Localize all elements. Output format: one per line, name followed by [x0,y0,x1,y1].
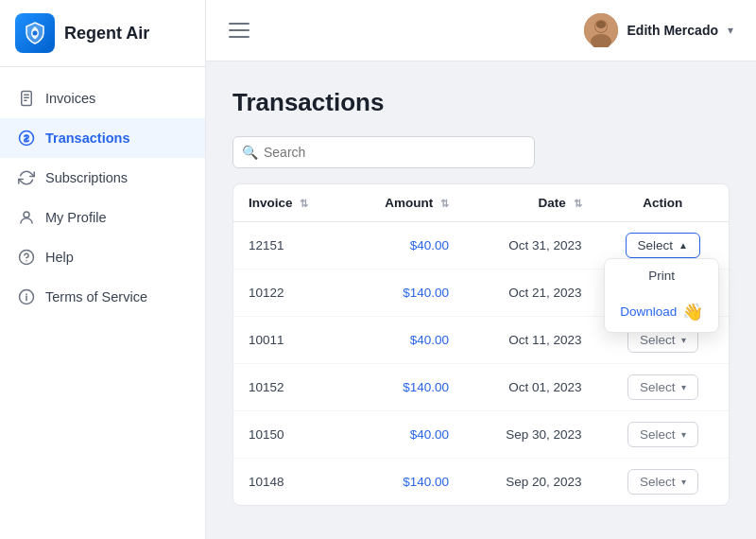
table-row: 12151 $40.00 Oct 31, 2023 Select ▲ Print [233,222,729,270]
sidebar-navigation: Invoices Transactions Sub [0,67,205,539]
receipt-icon [17,89,36,108]
col-header-action: Action [597,184,729,222]
cell-action: Select ▾ [597,459,729,506]
table-row: 10148 $140.00 Sep 20, 2023 Select ▾ [233,459,729,506]
sidebar-item-label-terms: Terms of Service [45,289,147,304]
logo-icon [15,13,55,53]
content-area: Transactions 🔍 Invoice ⇅ Amount ⇅ [206,61,756,539]
cell-amount: $40.00 [346,222,464,270]
cell-date: Oct 21, 2023 [464,270,597,317]
sidebar-item-invoices[interactable]: Invoices [0,78,205,118]
cell-amount: $140.00 [346,270,464,317]
sidebar-item-label-help: Help [45,250,74,265]
dropdown-item-print[interactable]: Print [605,259,718,292]
table-header-row: Invoice ⇅ Amount ⇅ Date ⇅ Action [233,184,729,222]
cell-date: Sep 20, 2023 [464,459,597,506]
cell-amount: $140.00 [346,364,464,411]
svg-point-0 [33,31,38,36]
sidebar-item-help[interactable]: Help [0,237,205,277]
select-button[interactable]: Select ▾ [627,469,698,495]
cell-action: Select ▲ Print Download 👋 [597,222,729,270]
caret-up-icon: ▲ [679,240,688,251]
sidebar-item-transactions[interactable]: Transactions [0,118,205,158]
cell-invoice: 10011 [233,317,346,364]
svg-point-17 [596,21,606,28]
caret-down-icon: ▾ [681,477,686,487]
cell-invoice: 10152 [233,364,346,411]
table-row: 10150 $40.00 Sep 30, 2023 Select ▾ [233,411,729,459]
main-area: Edith Mercado ▾ Transactions 🔍 Invoice ⇅ [206,0,756,539]
page-title: Transactions [232,88,730,117]
sidebar-logo: Regent Air [0,0,205,67]
cursor-hand-icon: 👋 [682,302,703,322]
search-input[interactable] [232,136,535,168]
hamburger-line-2 [229,29,249,31]
cell-date: Oct 01, 2023 [464,364,597,411]
cell-action: Select ▾ [597,364,729,411]
sidebar: Regent Air Invoices Tra [0,0,206,539]
sidebar-item-terms[interactable]: Terms of Service [0,277,205,317]
dollar-circle-icon [17,129,36,148]
help-circle-icon [17,248,36,267]
cell-date: Oct 11, 2023 [464,317,597,364]
select-button-open[interactable]: Select ▲ [626,233,700,258]
svg-point-7 [24,212,29,217]
cell-date: Oct 31, 2023 [464,222,597,270]
col-header-date: Date ⇅ [464,184,597,222]
caret-down-icon: ▾ [681,382,686,392]
caret-down-icon: ▾ [681,335,686,345]
sort-icon-amount[interactable]: ⇅ [440,198,449,210]
search-container: 🔍 [232,136,535,168]
sidebar-item-my-profile[interactable]: My Profile [0,198,205,237]
dropdown-item-download[interactable]: Download 👋 [605,292,718,332]
sort-icon-date[interactable]: ⇅ [574,198,582,210]
caret-down-icon: ▾ [681,429,686,440]
col-header-amount: Amount ⇅ [346,184,464,222]
app-name: Regent Air [64,24,149,43]
user-name: Edith Mercado [627,23,718,38]
hamburger-line-1 [229,23,249,25]
cell-amount: $140.00 [346,459,464,506]
select-button[interactable]: Select ▾ [627,422,698,447]
cell-action: Select ▾ [597,411,729,459]
sidebar-item-subscriptions[interactable]: Subscriptions [0,158,205,198]
cell-amount: $40.00 [346,411,464,459]
user-menu[interactable]: Edith Mercado ▾ [584,13,733,47]
table-row: 10152 $140.00 Oct 01, 2023 Select ▾ [233,364,729,411]
cell-amount: $40.00 [346,317,464,364]
col-header-invoice: Invoice ⇅ [233,184,346,222]
header: Edith Mercado ▾ [206,0,756,61]
transactions-table: Invoice ⇅ Amount ⇅ Date ⇅ Action [232,183,730,506]
action-dropdown: Print Download 👋 [604,258,719,333]
info-circle-icon [17,287,36,306]
sidebar-item-label-invoices: Invoices [45,91,95,106]
sort-icon-invoice[interactable]: ⇅ [300,198,308,210]
chevron-down-icon: ▾ [728,24,733,37]
user-icon [17,208,36,227]
cell-date: Sep 30, 2023 [464,411,597,459]
cell-invoice: 10148 [233,459,346,506]
sidebar-item-label-my-profile: My Profile [45,210,106,225]
hamburger-line-3 [229,36,249,38]
select-button[interactable]: Select ▾ [627,374,698,400]
cell-invoice: 12151 [233,222,346,270]
refresh-icon [17,168,36,187]
cell-invoice: 10150 [233,411,346,459]
sidebar-item-label-subscriptions: Subscriptions [45,170,128,185]
cell-invoice: 10122 [233,270,346,317]
sidebar-item-label-transactions: Transactions [45,130,129,146]
hamburger-menu[interactable] [229,23,249,38]
search-icon: 🔍 [242,145,258,160]
avatar [584,13,618,47]
